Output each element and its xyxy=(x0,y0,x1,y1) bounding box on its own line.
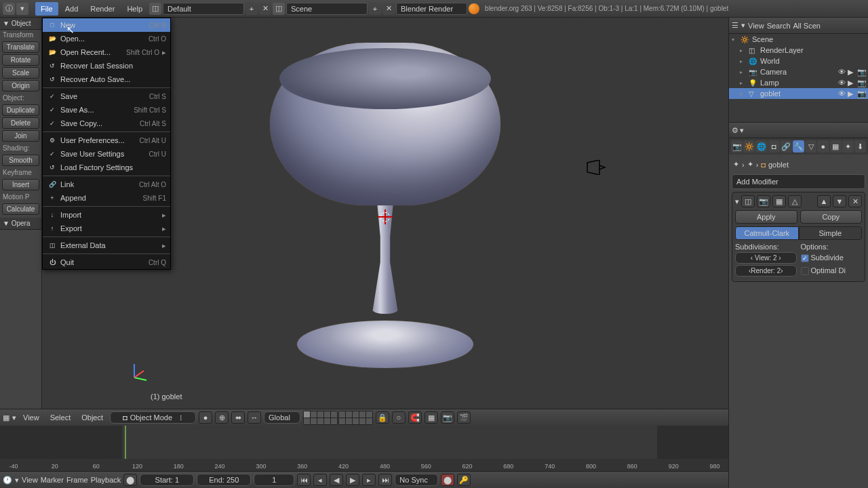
optimal-display-checkbox[interactable] xyxy=(801,267,809,275)
operator-panel-header[interactable]: ▼ Opera xyxy=(0,218,41,230)
toolshelf-button[interactable]: Rotate xyxy=(2,54,39,66)
toolshelf-button[interactable]: Origin xyxy=(2,80,39,92)
modifier-realtime-icon[interactable]: ◫ xyxy=(741,195,755,207)
screen-layout-dropdown[interactable]: Default xyxy=(163,3,244,15)
file-menu-item[interactable]: 📂Open...Ctrl O xyxy=(43,32,170,45)
proportional-edit-icon[interactable]: ○ xyxy=(392,411,406,424)
toolshelf-button[interactable]: Delete xyxy=(2,117,39,129)
play-icon[interactable]: ▶ xyxy=(346,474,359,486)
modifier-render-icon[interactable]: 📷 xyxy=(757,195,770,207)
layout-add-icon[interactable]: + xyxy=(245,3,258,15)
snap-type-icon[interactable]: ▦ xyxy=(425,411,438,424)
restrict-select-icon[interactable]: ▶ xyxy=(848,89,856,98)
keyframe-prev-icon[interactable]: ◂ xyxy=(313,474,327,486)
restrict-view-icon[interactable]: 👁 xyxy=(838,89,846,98)
restrict-render-icon[interactable]: 📷 xyxy=(857,68,865,76)
file-menu-item[interactable]: ↺Recover Last Session xyxy=(43,59,170,73)
subsurf-view-field[interactable]: ‹ View: 2 › xyxy=(735,252,797,264)
subsurf-simple-tab[interactable]: Simple xyxy=(799,226,863,240)
sync-dropdown[interactable]: No Sync xyxy=(395,474,438,486)
keying-set-icon[interactable]: 🔑 xyxy=(457,474,471,486)
frame-end-field[interactable]: End: 250 xyxy=(197,474,251,486)
scene-delete-icon[interactable]: ✕ xyxy=(382,3,395,15)
toolshelf-button[interactable]: Duplicate xyxy=(2,104,39,116)
restrict-select-icon[interactable]: ▶ xyxy=(848,68,856,76)
properties-editor-icon[interactable]: ⚙ xyxy=(732,126,738,135)
disclosure-icon[interactable]: ▸ xyxy=(740,80,747,86)
outliner-filter-dropdown[interactable]: All Scen xyxy=(793,22,827,30)
view3d-menu-view[interactable]: View xyxy=(19,411,43,424)
file-menu-item[interactable]: 📂Open Recent...Shift Ctrl O▸ xyxy=(43,45,170,59)
disclosure-icon[interactable]: ▾ xyxy=(732,37,738,43)
timeline-expand-icon[interactable]: ▾ xyxy=(15,476,19,485)
file-menu-item[interactable]: 🔗LinkCtrl Alt O xyxy=(43,178,170,191)
file-menu-item[interactable]: ↑Export▸ xyxy=(43,222,170,235)
lock-layers-icon[interactable]: 🔒 xyxy=(376,411,389,424)
tab-material-icon[interactable]: ● xyxy=(817,140,829,152)
outliner-editor-icon[interactable]: ☰ xyxy=(732,21,738,30)
toolshelf-button[interactable]: Insert xyxy=(2,179,39,190)
modifier-moveup-icon[interactable]: ▲ xyxy=(817,195,831,207)
view3d-editor-icon[interactable]: ▦ xyxy=(3,413,9,422)
timeline-playhead[interactable] xyxy=(125,426,126,459)
outliner-menu-search[interactable]: Search xyxy=(767,22,791,30)
tab-constraints-icon[interactable]: 🔗 xyxy=(781,140,792,152)
file-menu-item[interactable]: ✓Save User SettingsCtrl U xyxy=(43,147,170,161)
render-engine-dropdown[interactable]: Blender Render xyxy=(396,3,467,15)
expand-icon[interactable]: ▾ xyxy=(16,3,28,15)
modifier-delete-icon[interactable]: ✕ xyxy=(848,195,862,207)
snap-icon[interactable]: 🧲 xyxy=(408,411,422,424)
timeline-menu-marker[interactable]: Marker xyxy=(41,476,64,484)
disclosure-icon[interactable]: ▸ xyxy=(740,69,747,75)
file-menu-item[interactable]: +AppendShift F1 xyxy=(43,191,170,205)
tab-scene-icon[interactable]: 🔆 xyxy=(743,140,755,152)
scene-dropdown[interactable]: Scene xyxy=(286,3,368,15)
menu-help[interactable]: Help xyxy=(121,2,148,16)
tab-physics-icon[interactable]: ⬇ xyxy=(854,140,866,152)
modifier-cage-icon[interactable]: △ xyxy=(788,195,802,207)
subsurf-render-field[interactable]: ‹Render: 2› xyxy=(735,265,797,277)
outliner-expand-icon[interactable]: ▾ xyxy=(741,21,745,30)
file-menu-item[interactable]: □NewCtrl N xyxy=(43,18,170,32)
pivot-icon[interactable]: ⊕ xyxy=(215,411,229,424)
layer-buttons[interactable] xyxy=(303,411,373,425)
outliner-row[interactable]: ▸📷Camera👁▶📷 xyxy=(729,66,868,77)
view3d-expand-icon[interactable]: ▾ xyxy=(12,413,16,422)
breadcrumb-object-icon[interactable]: ✦ xyxy=(747,160,753,169)
editor-type-icon[interactable]: ⓘ xyxy=(3,3,15,15)
toolshelf-button[interactable]: Calculate xyxy=(2,203,39,215)
outliner-row[interactable]: ▸🌐World xyxy=(729,56,868,66)
restrict-render-icon[interactable]: 📷 xyxy=(857,79,865,87)
tab-object-icon[interactable]: ◘ xyxy=(768,140,780,152)
menu-add[interactable]: Add xyxy=(60,2,84,16)
modifier-movedown-icon[interactable]: ▼ xyxy=(833,195,846,207)
tab-modifiers-icon[interactable]: 🔧 xyxy=(793,140,804,152)
menu-file[interactable]: File xyxy=(35,2,58,16)
menu-render[interactable]: Render xyxy=(85,2,120,16)
timeline-menu-view[interactable]: View xyxy=(22,476,38,484)
tab-render-icon[interactable]: 📷 xyxy=(731,140,743,152)
restrict-view-icon[interactable]: 👁 xyxy=(838,68,846,76)
jump-start-icon[interactable]: ⏮ xyxy=(297,474,311,486)
restrict-view-icon[interactable]: 👁 xyxy=(838,79,846,87)
timeline-menu-frame[interactable]: Frame xyxy=(66,476,88,484)
file-menu-item[interactable]: ◫External Data▸ xyxy=(43,239,170,252)
modifier-editmode-icon[interactable]: ▦ xyxy=(772,195,786,207)
toolshelf-button[interactable]: Join xyxy=(2,130,39,142)
toolshelf-button[interactable]: Translate xyxy=(2,41,39,53)
scene-browse-icon[interactable]: ◫ xyxy=(273,3,285,15)
file-menu-item[interactable]: ⏻QuitCtrl Q xyxy=(43,256,170,269)
shading-solid-icon[interactable]: ● xyxy=(199,411,212,424)
timeline-editor-icon[interactable]: 🕐 xyxy=(3,476,12,485)
tab-texture-icon[interactable]: ▦ xyxy=(830,140,842,152)
tab-particles-icon[interactable]: ✦ xyxy=(842,140,854,152)
scene-add-icon[interactable]: + xyxy=(369,3,381,15)
add-modifier-dropdown[interactable]: Add Modifier xyxy=(732,174,865,189)
disclosure-icon[interactable]: ▸ xyxy=(740,47,747,54)
file-menu-item[interactable]: ↓Import▸ xyxy=(43,208,170,222)
file-menu-item[interactable]: ✓Save Copy...Ctrl Alt S xyxy=(43,117,170,130)
auto-keyframe-icon[interactable]: ⬤ xyxy=(123,474,137,486)
screen-browse-icon[interactable]: ◫ xyxy=(149,3,161,15)
outliner-row[interactable]: ▸▽goblet👁▶📷 xyxy=(729,88,868,99)
file-menu-item[interactable]: ⚙User Preferences...Ctrl Alt U xyxy=(43,134,170,147)
